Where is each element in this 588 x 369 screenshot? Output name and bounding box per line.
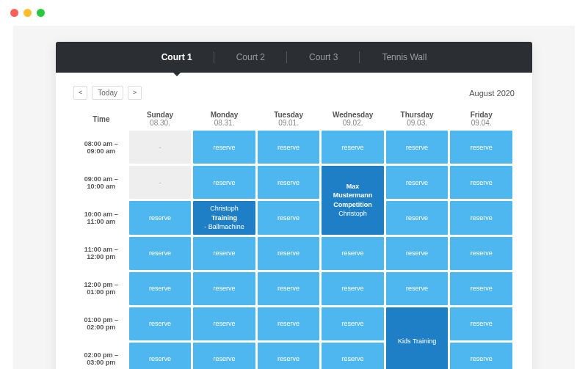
reserve-cell[interactable]: reserve — [322, 131, 384, 164]
reserve-cell[interactable]: reserve — [322, 307, 384, 340]
reserve-cell[interactable]: reserve — [450, 343, 512, 369]
reserve-cell[interactable]: reserve — [258, 131, 320, 164]
reserve-cell[interactable]: reserve — [322, 237, 384, 270]
day-header: Sunday08.30. — [129, 111, 192, 128]
reserve-cell[interactable]: reserve — [258, 272, 320, 305]
tab-court-2[interactable]: Court 2 — [214, 42, 287, 73]
reserve-cell[interactable]: reserve — [258, 201, 320, 235]
unavailable-cell: - — [129, 166, 192, 199]
reserve-cell[interactable]: reserve — [386, 131, 449, 164]
nav-row: < Today > August 2020 — [73, 86, 515, 100]
close-icon[interactable] — [10, 9, 18, 17]
reserve-cell[interactable]: reserve — [450, 272, 512, 305]
reserve-cell[interactable]: reserve — [129, 237, 192, 270]
reserve-cell[interactable]: reserve — [193, 272, 255, 305]
maximize-icon[interactable] — [37, 9, 45, 17]
tab-court-1[interactable]: Court 1 — [139, 42, 214, 73]
booked-cell[interactable]: ChristophTraining- Ballmachine — [193, 201, 255, 235]
next-button[interactable]: > — [128, 86, 142, 100]
app-card: Court 1Court 2Court 3Tennis Wall < Today… — [56, 42, 532, 369]
time-slot-label: 12:00 pm –01:00 pm — [76, 272, 127, 305]
reserve-cell[interactable]: reserve — [258, 237, 320, 270]
day-header: Tuesday09.01. — [258, 111, 320, 128]
time-slot-label: 10:00 am –11:00 am — [76, 201, 127, 235]
outer-panel: Court 1Court 2Court 3Tennis Wall < Today… — [13, 26, 575, 369]
reserve-cell[interactable]: reserve — [193, 343, 255, 369]
reserve-cell[interactable]: reserve — [193, 307, 255, 340]
reserve-cell[interactable]: reserve — [450, 166, 512, 199]
reserve-cell[interactable]: reserve — [129, 272, 192, 305]
minimize-icon[interactable] — [23, 9, 32, 17]
reserve-cell[interactable]: reserve — [193, 166, 255, 199]
reserve-cell[interactable]: reserve — [258, 307, 320, 340]
period-label: August 2020 — [469, 89, 515, 98]
day-header: Monday08.31. — [193, 111, 255, 128]
reserve-cell[interactable]: reserve — [450, 237, 512, 270]
tabs-bar: Court 1Court 2Court 3Tennis Wall — [56, 42, 532, 73]
reserve-cell[interactable]: reserve — [386, 166, 449, 199]
reserve-cell[interactable]: reserve — [258, 343, 320, 369]
prev-button[interactable]: < — [73, 86, 87, 100]
tab-tennis-wall[interactable]: Tennis Wall — [360, 42, 449, 73]
reserve-cell[interactable]: reserve — [386, 272, 449, 305]
day-header: Thursday09.03. — [386, 111, 449, 128]
booked-cell[interactable]: Kids Training — [386, 307, 449, 369]
reserve-cell[interactable]: reserve — [129, 201, 192, 235]
booked-cell[interactable]: MaxMustermannCompetitionChristoph — [322, 166, 384, 235]
day-header: Friday09.04. — [450, 111, 512, 128]
reserve-cell[interactable]: reserve — [322, 343, 384, 369]
reserve-cell[interactable]: reserve — [386, 201, 449, 235]
reserve-cell[interactable]: reserve — [193, 237, 255, 270]
reserve-cell[interactable]: reserve — [450, 307, 512, 340]
unavailable-cell: - — [129, 131, 192, 164]
reserve-cell[interactable]: reserve — [450, 201, 512, 235]
time-header: Time — [76, 111, 127, 128]
reserve-cell[interactable]: reserve — [258, 166, 320, 199]
reserve-cell[interactable]: reserve — [322, 272, 384, 305]
schedule-table: TimeSunday08.30.Monday08.31.Tuesday09.01… — [73, 109, 515, 369]
time-slot-label: 11:00 am –12:00 pm — [76, 237, 127, 270]
time-slot-label: 01:00 pm –02:00 pm — [76, 307, 127, 340]
day-header: Wednesday09.02. — [322, 111, 384, 128]
tab-court-3[interactable]: Court 3 — [287, 42, 360, 73]
reserve-cell[interactable]: reserve — [450, 131, 512, 164]
reserve-cell[interactable]: reserve — [129, 343, 192, 369]
time-slot-label: 02:00 pm –03:00 pm — [76, 343, 127, 369]
reserve-cell[interactable]: reserve — [129, 307, 192, 340]
reserve-cell[interactable]: reserve — [386, 237, 449, 270]
window-controls — [0, 0, 588, 26]
reserve-cell[interactable]: reserve — [193, 131, 255, 164]
time-slot-label: 08:00 am –09:00 am — [76, 131, 127, 164]
time-slot-label: 09:00 am –10:00 am — [76, 166, 127, 199]
today-button[interactable]: Today — [92, 86, 123, 100]
